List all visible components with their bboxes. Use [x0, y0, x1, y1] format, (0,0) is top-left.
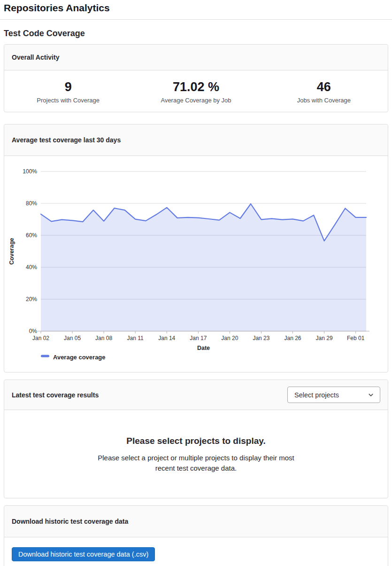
x-axis-tick-label: Jan 02 [32, 335, 49, 341]
content: Test Code Coverage Overall Activity 9 Pr… [0, 28, 392, 566]
page-header: Repositories Analytics [0, 0, 392, 20]
x-axis-tick-label: Jan 29 [316, 335, 333, 341]
latest-results-header: Latest test coverage results Select proj… [4, 380, 388, 410]
stat-value: 46 [260, 80, 388, 94]
x-axis-tick-label: Jan 23 [253, 335, 269, 341]
y-axis-tick-label: 0% [29, 328, 38, 334]
latest-results-title: Latest test coverage results [12, 391, 99, 399]
stat-average-coverage-by-job: 71.02 % Average Coverage by Job [132, 80, 260, 104]
coverage-chart-header: Average test coverage last 30 days [4, 124, 388, 156]
y-axis-tick-label: 60% [26, 232, 37, 239]
chevron-down-icon [368, 392, 374, 398]
empty-state-description: Please select a project or multiple proj… [92, 453, 300, 473]
legend-swatch [41, 355, 49, 357]
stat-jobs-with-coverage: 46 Jobs with Coverage [260, 80, 388, 104]
x-axis-tick-label: Jan 26 [284, 335, 301, 341]
empty-state: Please select projects to display. Pleas… [4, 410, 388, 498]
stat-value: 71.02 % [132, 80, 260, 94]
stat-label: Projects with Coverage [4, 97, 132, 104]
coverage-chart-card: Average test coverage last 30 days 0%20%… [4, 124, 388, 372]
select-projects-dropdown[interactable]: Select projects [287, 387, 380, 403]
x-axis-tick-label: Jan 14 [158, 335, 175, 341]
legend-label: Average coverage [53, 354, 106, 361]
y-axis-tick-label: 80% [26, 200, 37, 207]
latest-results-card: Latest test coverage results Select proj… [4, 380, 388, 498]
page-title: Repositories Analytics [4, 2, 388, 14]
coverage-chart-body: 0%20%40%60%80%100%Jan 02Jan 05Jan 08Jan … [4, 156, 388, 372]
download-card: Download historic test coverage data Dow… [4, 505, 388, 566]
x-axis-tick-label: Jan 11 [127, 335, 144, 341]
overall-activity-header: Overall Activity [4, 45, 388, 70]
download-card-body: Download historic test coverage data (.c… [4, 537, 388, 566]
overall-activity-stats: 9 Projects with Coverage 71.02 % Average… [4, 70, 388, 112]
x-axis-title: Date [197, 345, 210, 351]
x-axis-tick-label: Jan 05 [64, 335, 81, 341]
x-axis-tick-label: Jan 17 [190, 335, 207, 341]
y-axis-tick-label: 40% [26, 264, 37, 271]
x-axis-tick-label: Feb 01 [347, 335, 365, 341]
x-axis-tick-label: Jan 08 [95, 335, 112, 341]
x-axis-tick-label: Jan 20 [221, 335, 238, 341]
download-card-header: Download historic test coverage data [4, 506, 388, 537]
y-axis-tick-label: 100% [23, 168, 37, 175]
stat-label: Jobs with Coverage [260, 97, 388, 104]
coverage-chart: 0%20%40%60%80%100%Jan 02Jan 05Jan 08Jan … [4, 156, 388, 372]
stat-projects-with-coverage: 9 Projects with Coverage [4, 80, 132, 104]
y-axis-tick-label: 20% [26, 296, 37, 302]
select-projects-label: Select projects [294, 391, 339, 399]
section-title: Test Code Coverage [4, 28, 388, 39]
overall-activity-card: Overall Activity 9 Projects with Coverag… [4, 44, 388, 112]
download-csv-button[interactable]: Download historic test coverage data (.c… [12, 547, 155, 561]
stat-label: Average Coverage by Job [132, 97, 260, 104]
y-axis-title: Coverage [8, 238, 15, 264]
empty-state-heading: Please select projects to display. [12, 435, 380, 447]
stat-value: 9 [4, 80, 132, 94]
